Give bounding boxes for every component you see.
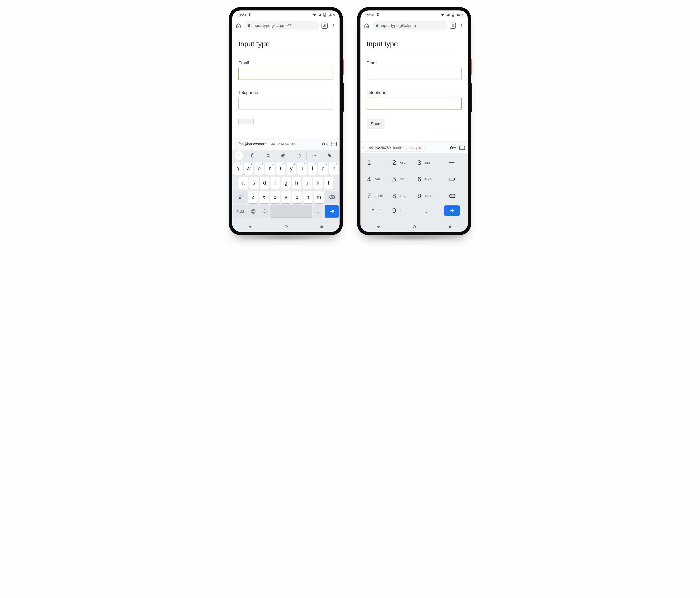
key-t[interactable]: t5 <box>276 163 285 175</box>
svg-point-14 <box>313 155 314 156</box>
svg-rect-2 <box>324 15 325 17</box>
svg-point-5 <box>333 27 334 27</box>
web-page-content: Input type Email Telephone <box>232 32 340 138</box>
key-0[interactable]: 0+ <box>389 204 414 218</box>
key-d[interactable]: d <box>260 177 269 189</box>
password-key-icon[interactable] <box>322 142 328 146</box>
period-key[interactable]: . <box>314 205 323 218</box>
at-key[interactable]: @ <box>248 205 258 218</box>
nav-home-icon[interactable] <box>412 225 417 229</box>
address-bar[interactable]: input-type.glitch.me/? <box>244 21 319 30</box>
key-v[interactable]: v <box>281 191 291 203</box>
backspace-key[interactable] <box>325 191 339 203</box>
key-a[interactable]: a <box>239 177 248 189</box>
key-k[interactable]: k <box>313 177 323 189</box>
svg-point-20 <box>262 210 266 213</box>
address-bar[interactable]: input-type.glitch.me <box>372 21 447 30</box>
key-5[interactable]: 5JKL <box>389 172 414 186</box>
sticker-icon[interactable] <box>291 150 306 161</box>
clipboard-icon[interactable] <box>245 150 260 161</box>
volume-button <box>343 83 344 111</box>
key-x[interactable]: x <box>259 191 269 203</box>
overflow-menu-icon[interactable] <box>330 22 337 29</box>
symbols-key[interactable]: ?123 <box>233 205 247 218</box>
key-7[interactable]: 7PQRS <box>364 189 389 203</box>
nav-back-icon[interactable] <box>376 225 381 229</box>
save-button[interactable]: Save <box>367 119 384 129</box>
key-w[interactable]: w2 <box>244 163 253 175</box>
nav-recent-icon[interactable] <box>320 225 324 229</box>
key-n[interactable]: n <box>303 191 313 203</box>
key-8[interactable]: 8TUV <box>389 189 414 203</box>
key-3[interactable]: 3DEF <box>414 156 439 170</box>
key-dash[interactable] <box>439 156 465 170</box>
key-9[interactable]: 9WXYZ <box>414 189 439 203</box>
key-j[interactable]: j <box>302 177 312 189</box>
email-input[interactable] <box>367 68 461 80</box>
svg-rect-8 <box>327 144 327 145</box>
tab-switcher-button[interactable]: :D <box>322 23 328 29</box>
kb-collapse-icon[interactable] <box>234 151 243 160</box>
svg-rect-9 <box>328 144 328 144</box>
nav-back-icon[interactable] <box>248 225 252 229</box>
cell-signal-icon <box>446 13 450 17</box>
key-i[interactable]: i8 <box>308 163 317 175</box>
password-key-icon[interactable] <box>450 146 456 150</box>
home-icon[interactable] <box>235 22 242 29</box>
phone-mockup-left: 19:23 34% <box>229 7 343 235</box>
spacebar-key[interactable] <box>271 205 312 218</box>
autofill-chip[interactable]: +44123456789 foo@bar.example <box>363 144 425 152</box>
key-b[interactable]: b <box>292 191 302 203</box>
qwerty-keyboard: q1w2e3r4t5y6u7i8o9p0 asdfghjkl zxcvbnm ?… <box>232 161 340 222</box>
key-g[interactable]: g <box>281 177 291 189</box>
overflow-menu-icon[interactable] <box>458 22 465 29</box>
autofill-chip[interactable]: foo@bar.example +44 1234 56789 <box>235 140 298 148</box>
payment-card-icon[interactable] <box>459 146 465 150</box>
key-f[interactable]: f <box>271 177 280 189</box>
android-navbar <box>360 222 468 232</box>
svg-point-3 <box>333 24 334 24</box>
palette-icon[interactable] <box>276 150 291 161</box>
telephone-label: Telephone <box>367 90 386 95</box>
key-z[interactable]: z <box>248 191 258 203</box>
mic-off-icon[interactable] <box>322 150 338 161</box>
telephone-input[interactable] <box>367 98 461 109</box>
more-icon[interactable] <box>306 150 322 161</box>
home-icon[interactable] <box>363 22 370 29</box>
email-input[interactable] <box>239 68 333 80</box>
key-s[interactable]: s <box>249 177 258 189</box>
key-space[interactable] <box>439 172 465 186</box>
key-y[interactable]: y6 <box>286 163 296 175</box>
payment-card-icon[interactable] <box>331 142 337 146</box>
gear-icon[interactable] <box>260 150 276 161</box>
key-r[interactable]: r4 <box>265 163 275 175</box>
key-c[interactable]: c <box>270 191 280 203</box>
key-u[interactable]: u7 <box>297 163 306 175</box>
power-button <box>471 59 472 75</box>
save-button-peek[interactable] <box>239 119 254 124</box>
key-6[interactable]: 6MNO <box>414 172 439 186</box>
svg-point-22 <box>265 211 265 211</box>
nav-home-icon[interactable] <box>284 225 288 229</box>
key-1[interactable]: 1 <box>364 156 389 170</box>
volume-button <box>471 83 472 111</box>
key-h[interactable]: h <box>292 177 301 189</box>
tab-switcher-button[interactable]: :D <box>450 23 456 29</box>
key-star-hash[interactable]: * # <box>364 204 389 218</box>
key-2[interactable]: 2ABC <box>389 156 414 170</box>
backspace-key[interactable] <box>439 189 465 203</box>
key-p[interactable]: p0 <box>329 163 339 175</box>
key-q[interactable]: q1 <box>233 163 243 175</box>
key-4[interactable]: 4GHI <box>364 172 389 186</box>
enter-key[interactable] <box>439 204 465 218</box>
key-m[interactable]: m <box>314 191 324 203</box>
telephone-input[interactable] <box>239 98 333 109</box>
key-period[interactable]: . <box>414 204 439 218</box>
enter-key[interactable] <box>325 205 339 218</box>
emoji-key[interactable] <box>259 205 270 218</box>
shift-key[interactable] <box>233 191 247 203</box>
nav-recent-icon[interactable] <box>448 225 452 229</box>
key-o[interactable]: o9 <box>319 163 328 175</box>
key-l[interactable]: l <box>324 177 333 189</box>
key-e[interactable]: e3 <box>254 163 264 175</box>
